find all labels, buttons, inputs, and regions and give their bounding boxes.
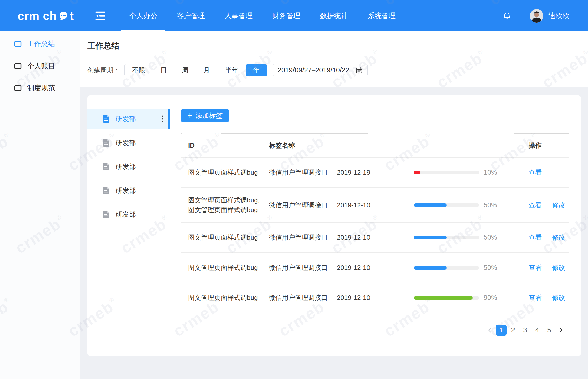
period-option-day[interactable]: 日 xyxy=(153,64,174,76)
edit-link[interactable]: 修改 xyxy=(552,201,565,210)
action-divider xyxy=(547,234,547,241)
progress-percent: 50% xyxy=(484,234,529,241)
department-item[interactable]: 研发部 xyxy=(87,156,170,177)
row-date: 2019-12-19 xyxy=(337,169,414,176)
period-option-half-year[interactable]: 半年 xyxy=(217,64,246,76)
department-item-active[interactable]: 研发部 xyxy=(87,109,170,129)
sidebar-item-label: 工作总结 xyxy=(27,39,55,49)
window-icon xyxy=(14,63,22,69)
department-list: 研发部 研发部 研发部 研发部 xyxy=(87,95,170,356)
calendar-icon xyxy=(355,66,363,74)
department-name: 研发部 xyxy=(116,138,136,147)
period-option-month[interactable]: 月 xyxy=(196,64,217,76)
progress-bar xyxy=(414,296,484,300)
table-row: 图文管理页面样式调bug 微信用户管理调接口 2019-12-19 10% 查看 xyxy=(181,158,569,188)
table-row: 图文管理页面样式调bug 微信用户管理调接口 2019-12-10 50% 查看… xyxy=(181,223,569,253)
sidebar-item-rules[interactable]: 制度规范 xyxy=(0,77,80,99)
row-actions: 查看 修改 xyxy=(529,201,569,210)
page-number-3[interactable]: 3 xyxy=(519,325,531,336)
prev-page-icon[interactable] xyxy=(485,325,495,336)
filter-panel: 工作总结 创建周期： 不限 日 周 月 半年 年 2019/09/27–2019… xyxy=(80,31,588,87)
pagination: 1 2 3 4 5 xyxy=(181,325,566,336)
edit-link[interactable]: 修改 xyxy=(552,233,565,242)
nav-item-personal-office[interactable]: 个人办公 xyxy=(121,0,165,31)
period-option-week[interactable]: 周 xyxy=(174,64,196,76)
edit-link[interactable]: 修改 xyxy=(552,263,565,272)
row-id: 图文管理页面样式调bug xyxy=(181,263,269,273)
period-option-unlimited[interactable]: 不限 xyxy=(125,64,153,76)
period-segmented-control: 不限 日 周 月 半年 年 xyxy=(124,64,267,76)
table-row: 图文管理页面样式调bug 微信用户管理调接口 2019-12-10 50% 查看… xyxy=(181,253,569,283)
department-item[interactable]: 研发部 xyxy=(87,204,170,225)
menu-fold-icon[interactable] xyxy=(94,10,107,22)
date-range-value: 2019/09/27–2019/10/22 xyxy=(278,66,349,74)
page-number-4[interactable]: 4 xyxy=(531,325,543,336)
column-header-id: ID xyxy=(181,141,269,150)
view-link[interactable]: 查看 xyxy=(529,263,542,272)
action-divider xyxy=(547,202,547,208)
period-option-year[interactable]: 年 xyxy=(246,64,267,76)
table-header-row: ID 标签名称 操作 xyxy=(181,134,569,158)
tag-table-section: + 添加标签 ID 标签名称 操作 图文管理页面样式调bug 微信用户管理调接口… xyxy=(170,95,581,356)
document-icon xyxy=(103,139,110,147)
row-id: 图文管理页面样式调bug, 图文管理页面样式调bug xyxy=(181,195,269,215)
action-divider xyxy=(547,265,547,271)
row-tag-name: 微信用户管理调接口 xyxy=(269,201,337,210)
add-tag-label: 添加标签 xyxy=(196,111,223,120)
add-tag-button[interactable]: + 添加标签 xyxy=(181,109,229,122)
next-page-icon[interactable] xyxy=(555,325,566,336)
sidebar-item-work-summary[interactable]: 工作总结 xyxy=(0,33,80,55)
sidebar-item-personal-account[interactable]: 个人账目 xyxy=(0,55,80,77)
progress-percent: 50% xyxy=(484,264,529,272)
row-tag-name: 微信用户管理调接口 xyxy=(269,233,337,242)
department-name: 研发部 xyxy=(116,162,136,171)
side-menu: 工作总结 个人账目 制度规范 xyxy=(0,31,80,379)
nav-label: 数据统计 xyxy=(320,11,348,21)
progress-percent: 10% xyxy=(484,169,529,176)
table-row: 图文管理页面样式调bug, 图文管理页面样式调bug 微信用户管理调接口 201… xyxy=(181,188,569,223)
row-date: 2019-12-10 xyxy=(337,201,414,209)
chat-bubble-icon xyxy=(58,10,69,22)
page-number-1[interactable]: 1 xyxy=(496,325,507,336)
sidebar-item-label: 个人账目 xyxy=(27,61,55,71)
main-nav: 个人办公 客户管理 人事管理 财务管理 数据统计 系统管理 xyxy=(121,0,407,31)
nav-item-customer-mgmt[interactable]: 客户管理 xyxy=(169,0,213,31)
row-actions: 查看 修改 xyxy=(529,293,569,302)
nav-label: 人事管理 xyxy=(225,11,253,21)
nav-item-hr-mgmt[interactable]: 人事管理 xyxy=(216,0,261,31)
page-number-2[interactable]: 2 xyxy=(507,325,519,336)
column-header-tag-name: 标签名称 xyxy=(269,141,337,150)
row-date: 2019-12-10 xyxy=(337,234,414,241)
department-name: 研发部 xyxy=(116,114,136,123)
view-link[interactable]: 查看 xyxy=(529,201,542,210)
logo-text-left: crm ch xyxy=(18,10,57,22)
department-item[interactable]: 研发部 xyxy=(87,180,170,201)
notification-bell-icon[interactable] xyxy=(502,11,512,21)
content-card: 研发部 研发部 研发部 研发部 xyxy=(87,95,581,356)
nav-label: 财务管理 xyxy=(272,11,300,21)
row-id: 图文管理页面样式调bug xyxy=(181,233,269,242)
avatar-image xyxy=(530,9,543,23)
department-item[interactable]: 研发部 xyxy=(87,133,170,153)
progress-percent: 50% xyxy=(484,201,529,209)
nav-item-system-mgmt[interactable]: 系统管理 xyxy=(359,0,404,31)
sidebar-item-label: 制度规范 xyxy=(27,83,55,93)
nav-item-finance-mgmt[interactable]: 财务管理 xyxy=(264,0,308,31)
more-actions-icon[interactable] xyxy=(162,116,163,122)
document-icon xyxy=(103,163,110,171)
view-link[interactable]: 查看 xyxy=(529,293,542,302)
view-link[interactable]: 查看 xyxy=(529,233,542,242)
user-avatar[interactable] xyxy=(530,9,543,23)
nav-label: 客户管理 xyxy=(177,11,205,21)
edit-link[interactable]: 修改 xyxy=(552,293,565,302)
column-header-action: 操作 xyxy=(529,141,569,150)
date-range-picker[interactable]: 2019/09/27–2019/10/22 xyxy=(273,64,368,76)
username[interactable]: 迪欧欧 xyxy=(548,11,569,21)
page-number-5[interactable]: 5 xyxy=(543,325,555,336)
row-id: 图文管理页面样式调bug xyxy=(181,293,269,303)
table-row: 图文管理页面样式调bug 微信用户管理调接口 2019-12-10 90% 查看… xyxy=(181,283,569,313)
nav-item-statistics[interactable]: 数据统计 xyxy=(312,0,356,31)
view-link[interactable]: 查看 xyxy=(529,168,542,177)
nav-label: 个人办公 xyxy=(129,11,157,21)
department-name: 研发部 xyxy=(116,210,136,219)
